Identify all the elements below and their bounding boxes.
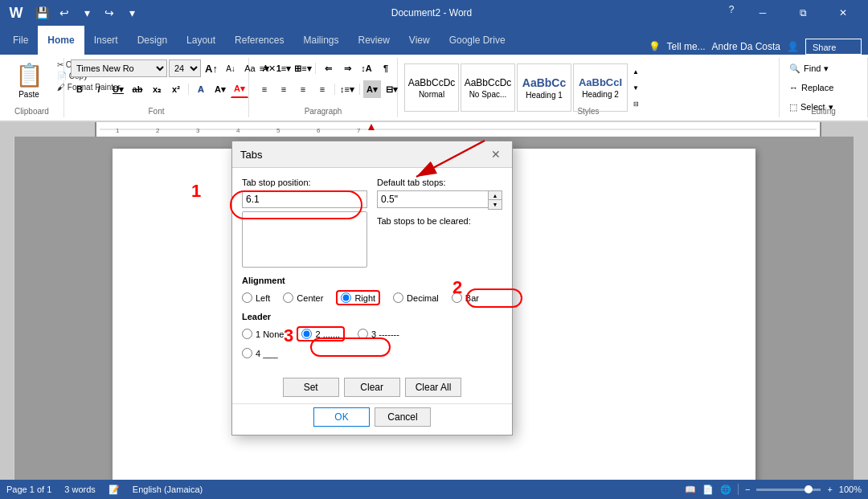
align-left-radio[interactable] <box>242 292 252 303</box>
paste-button[interactable]: 📋 Paste <box>6 59 51 101</box>
minimize-button[interactable]: ─ <box>744 0 781 26</box>
style-normal-preview: AaBbCcDc <box>408 77 456 88</box>
view-web-button[interactable]: 🌐 <box>720 485 731 495</box>
align-right-radio[interactable] <box>341 292 351 303</box>
highlight-color-button[interactable]: A▾ <box>211 80 229 98</box>
leader-options: 1 None 2 ....... 3 ------- <box>242 326 502 342</box>
set-button[interactable]: Set <box>283 378 339 397</box>
increase-font-button[interactable]: A↑ <box>203 59 220 77</box>
bold-button[interactable]: B <box>71 80 88 98</box>
leader-1-radio[interactable] <box>242 329 252 339</box>
style-heading2[interactable]: AaBbCcI Heading 2 <box>573 63 628 112</box>
svg-text:7: 7 <box>357 127 361 134</box>
bullets-button[interactable]: ≡▾ <box>256 59 273 77</box>
view-print-button[interactable]: 📄 <box>702 485 714 495</box>
align-left-button[interactable]: ≡ <box>256 80 273 98</box>
underline-button[interactable]: U▾ <box>109 80 127 98</box>
default-tab-label: Default tab stops: <box>377 178 502 187</box>
style-normal[interactable]: AaBbCcDc Normal <box>404 63 459 112</box>
tab-review[interactable]: Review <box>348 26 399 55</box>
align-left-option[interactable]: Left <box>242 290 270 305</box>
leader-3-option[interactable]: 3 ------- <box>358 326 399 342</box>
align-bar-radio[interactable] <box>452 292 462 303</box>
replace-button[interactable]: ↔ Replace <box>786 79 837 96</box>
align-center-button[interactable]: ≡ <box>275 80 293 98</box>
close-button[interactable]: ✕ <box>825 0 862 26</box>
style-heading1[interactable]: AaBbCc Heading 1 <box>517 63 571 112</box>
show-hide-button[interactable]: ¶ <box>377 59 395 77</box>
tab-insert[interactable]: Insert <box>84 26 128 55</box>
zoom-in-button[interactable]: + <box>827 485 832 494</box>
tab-mailings[interactable]: Mailings <box>293 26 348 55</box>
align-center-radio[interactable] <box>283 292 293 303</box>
styles-scroll-up[interactable]: ▲ <box>629 64 642 79</box>
align-right-option[interactable]: Right <box>336 290 380 305</box>
cancel-button[interactable]: Cancel <box>375 407 431 427</box>
dialog-ok-cancel: OK Cancel <box>232 403 512 435</box>
styles-scroll-down[interactable]: ▼ <box>629 80 642 95</box>
superscript-button[interactable]: x² <box>167 80 185 98</box>
style-nospace-label: No Spac... <box>469 90 507 99</box>
redo-quick-button[interactable]: ↪ <box>100 3 119 22</box>
default-tab-input[interactable] <box>377 190 488 208</box>
increase-indent-button[interactable]: ⇒ <box>338 59 356 77</box>
tab-listbox[interactable] <box>242 211 367 268</box>
tab-view[interactable]: View <box>399 26 440 55</box>
find-button[interactable]: 🔍 Find ▾ <box>786 59 832 77</box>
leader-4-option[interactable]: 4 ___ <box>242 348 278 358</box>
leader-2-option[interactable]: 2 ....... <box>297 326 345 342</box>
undo-dropdown-button[interactable]: ▾ <box>77 3 96 22</box>
spin-buttons: ▲ ▼ <box>488 190 502 210</box>
leader-2-radio[interactable] <box>301 329 312 339</box>
italic-button[interactable]: I <box>90 80 108 98</box>
spin-down-button[interactable]: ▼ <box>489 200 502 209</box>
customize-quick-access-button[interactable]: ▾ <box>122 3 141 22</box>
clear-button[interactable]: Clear <box>344 378 400 397</box>
ok-button[interactable]: OK <box>313 407 370 427</box>
font-color-button[interactable]: A▾ <box>231 80 248 98</box>
shading-button[interactable]: A▾ <box>363 80 381 98</box>
share-button[interactable]: Share <box>805 39 862 55</box>
tab-google-drive[interactable]: Google Drive <box>440 26 515 55</box>
clear-all-button[interactable]: Clear All <box>405 378 462 397</box>
align-right-button[interactable]: ≡ <box>294 80 312 98</box>
decrease-font-button[interactable]: A↓ <box>222 59 240 77</box>
font-name-select[interactable]: Times New Ro <box>71 59 167 77</box>
restore-button[interactable]: ⧉ <box>784 0 821 26</box>
tab-layout[interactable]: Layout <box>177 26 225 55</box>
tell-me-input[interactable]: Tell me... <box>667 41 706 52</box>
text-effects-button[interactable]: A <box>192 80 210 98</box>
justify-button[interactable]: ≡ <box>313 80 331 98</box>
align-center-option[interactable]: Center <box>283 290 323 305</box>
tab-design[interactable]: Design <box>128 26 177 55</box>
tab-file[interactable]: File <box>3 26 38 55</box>
leader-1-option[interactable]: 1 None <box>242 326 284 342</box>
style-nospace[interactable]: AaBbCcDc No Spac... <box>461 63 515 112</box>
strikethrough-button[interactable]: ab <box>129 80 146 98</box>
tab-references[interactable]: References <box>225 26 293 55</box>
right-side-ruler <box>854 137 868 499</box>
tab-home[interactable]: Home <box>38 26 84 55</box>
leader-3-radio[interactable] <box>358 329 368 339</box>
align-decimal-option[interactable]: Decimal <box>393 290 439 305</box>
undo-quick-button[interactable]: ↩ <box>55 3 74 22</box>
decrease-indent-button[interactable]: ⇐ <box>319 59 337 77</box>
align-bar-option[interactable]: Bar <box>452 290 479 305</box>
sort-button[interactable]: ↕A <box>358 59 375 77</box>
dialog-close-button[interactable]: ✕ <box>488 146 504 162</box>
line-spacing-button[interactable]: ↕≡▾ <box>338 80 356 98</box>
multilevel-list-button[interactable]: ⊞≡▾ <box>294 59 312 77</box>
spin-up-button[interactable]: ▲ <box>489 191 502 200</box>
font-size-select[interactable]: 24 <box>169 59 201 77</box>
align-decimal-radio[interactable] <box>393 292 403 303</box>
style-h2-preview: AaBbCcI <box>579 76 622 88</box>
subscript-button[interactable]: x₂ <box>148 80 166 98</box>
view-read-button[interactable]: 📖 <box>685 485 696 495</box>
save-quick-button[interactable]: 💾 <box>32 3 51 22</box>
numbering-button[interactable]: 1≡▾ <box>275 59 293 77</box>
zoom-slider[interactable] <box>756 489 821 491</box>
leader-4-radio[interactable] <box>242 348 252 358</box>
zoom-out-button[interactable]: − <box>745 485 750 494</box>
paste-label: Paste <box>18 90 39 99</box>
tab-stop-input[interactable] <box>242 190 367 208</box>
